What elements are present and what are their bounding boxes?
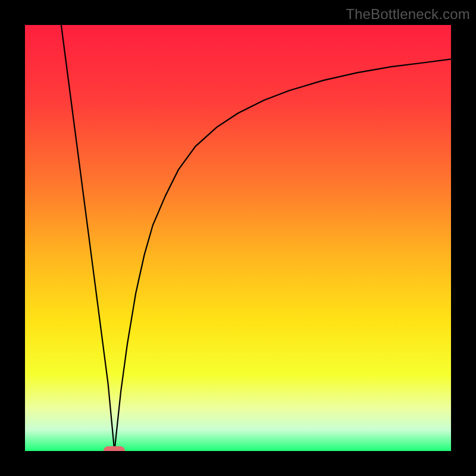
attribution-text: TheBottleneck.com: [346, 6, 470, 23]
minimum-marker: [104, 446, 125, 451]
plot-area: [25, 25, 451, 451]
chart-frame: TheBottleneck.com: [0, 0, 476, 476]
bottleneck-curve: [25, 25, 451, 451]
